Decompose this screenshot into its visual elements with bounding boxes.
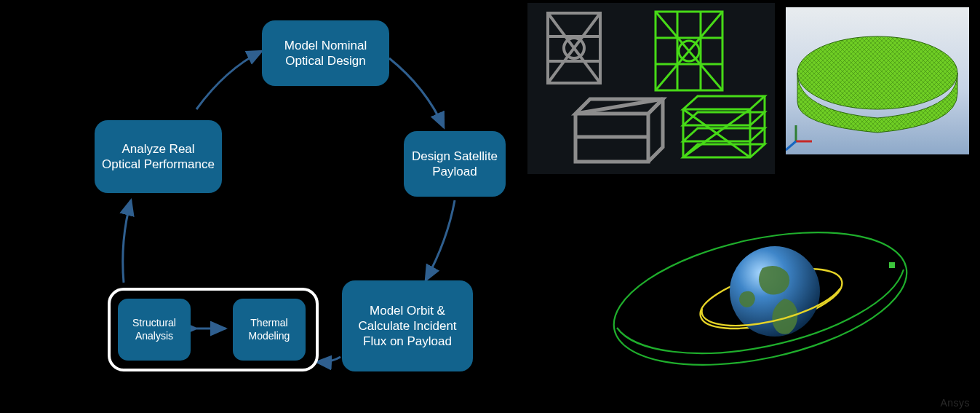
node-thermal-modeling: Thermal Modeling	[233, 299, 306, 361]
watermark-ansys: Ansys	[940, 397, 970, 409]
orbit-scene	[575, 189, 953, 408]
node-model-orbit-flux: Model Orbit & Calculate Incident Flux on…	[342, 280, 473, 371]
mesh-lens-thumbnail	[786, 7, 969, 154]
svg-rect-33	[889, 262, 895, 268]
node-analyze-real-optical: Analyze Real Optical Performance	[95, 120, 222, 193]
node-design-satellite-payload: Design Satellite Payload	[404, 131, 506, 197]
node-model-nominal-optical-design: Model Nominal Optical Design	[262, 20, 389, 86]
cad-thumbnails	[527, 3, 775, 174]
node-structural-analysis: Structural Analysis	[118, 299, 191, 361]
svg-point-28	[797, 36, 957, 109]
